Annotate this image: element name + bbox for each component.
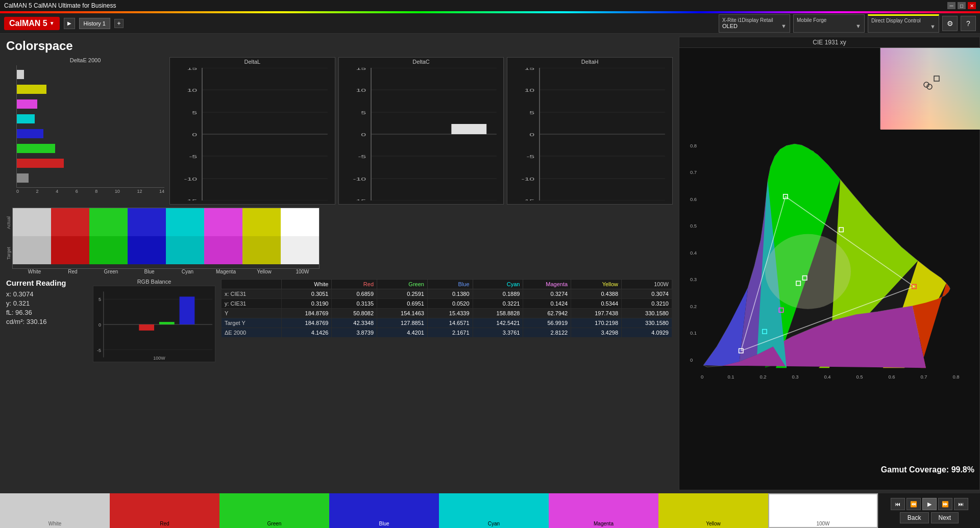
delta-c-svg: 15 10 5 0 -5 -10 -15 100W (341, 68, 502, 200)
cell-x-white: 0.3051 (281, 289, 332, 299)
top-charts-row: DeltaE 2000 (6, 57, 673, 205)
swatch-actual-green (89, 208, 128, 236)
minimize-button[interactable]: ─ (947, 2, 955, 9)
svg-text:0.3: 0.3 (792, 374, 799, 380)
deltae-section: DeltaE 2000 (6, 57, 164, 194)
bottom-swatch-red[interactable]: Red (110, 493, 219, 528)
y-reading: y: 0.321 (6, 299, 88, 307)
delta-h-svg: 15 10 5 0 -5 -10 -15 100W (509, 68, 670, 200)
bottom-swatch-yellow[interactable]: Yellow (658, 493, 768, 528)
cell-x-cyan: 0.1889 (473, 289, 523, 299)
next-button[interactable]: Next (931, 512, 959, 523)
logo-dropdown-arrow: ▼ (50, 20, 55, 26)
nav-buttons-row: ⏮ ⏪ ▶ ⏩ ⏭ (891, 498, 968, 510)
svg-text:5: 5 (361, 110, 366, 115)
calman-logo[interactable]: CalMAN 5 ▼ (4, 17, 60, 30)
cell-de-blue: 2.1671 (427, 328, 473, 338)
svg-text:0: 0 (99, 322, 101, 328)
add-tab-button[interactable]: + (114, 19, 124, 28)
cell-ty-white: 184.8769 (281, 318, 332, 328)
nav-next-button[interactable]: ⏩ (938, 498, 952, 510)
cell-Y-yellow: 197.7438 (571, 309, 622, 318)
cell-ty-100w: 330.1580 (622, 318, 672, 328)
svg-text:5: 5 (530, 110, 535, 115)
cell-y-yellow: 0.5344 (571, 299, 622, 309)
direct-display-dropdown[interactable]: Direct Display Control ▼ (868, 14, 939, 33)
svg-text:0.7: 0.7 (921, 374, 927, 380)
bottom-swatch-white[interactable]: White (0, 493, 110, 528)
cie-section: CIE 1931 xy 0.8 0.7 0.6 0.5 0.4 0.3 0.2 (679, 37, 980, 490)
nav-last-button[interactable]: ⏭ (954, 498, 968, 510)
content-area: Colorspace DeltaE 2000 (0, 34, 980, 528)
cell-x-yellow: 0.4388 (571, 289, 622, 299)
target-row (13, 236, 319, 264)
logo-text: CalMAN 5 (9, 19, 47, 28)
cell-de-cyan: 3.3761 (473, 328, 523, 338)
svg-text:-10: -10 (353, 177, 366, 182)
swatch-target-green (89, 236, 128, 264)
x-reading: x: 0.3074 (6, 290, 88, 298)
bottom-swatch-blue[interactable]: Blue (329, 493, 439, 528)
cell-Y-blue: 15.4339 (427, 309, 473, 318)
svg-text:15: 15 (187, 68, 197, 71)
svg-text:-5: -5 (189, 154, 197, 159)
svg-text:0.4: 0.4 (824, 374, 831, 380)
svg-text:-15: -15 (353, 198, 366, 200)
history-tab[interactable]: History 1 (79, 18, 110, 29)
delta-l-chart: DeltaL (169, 57, 335, 205)
window-title: CalMAN 5 CalMAN Ultimate for Business (4, 2, 116, 9)
cell-de-white: 4.1426 (281, 328, 332, 338)
bottom-swatch-cyan[interactable]: Cyan (439, 493, 549, 528)
deltae-bars (17, 65, 164, 187)
cell-ty-cyan: 142.5421 (473, 318, 523, 328)
nav-first-button[interactable]: ⏮ (891, 498, 905, 510)
close-button[interactable]: ✕ (968, 2, 976, 9)
svg-text:0.1: 0.1 (728, 374, 734, 380)
back-button[interactable]: Back (900, 512, 929, 523)
settings-button[interactable]: ⚙ (942, 16, 958, 31)
swatch-target-yellow (242, 236, 281, 264)
fl-reading: fL: 96.36 (6, 309, 88, 316)
svg-text:0.5: 0.5 (856, 374, 863, 380)
col-header-cyan: Cyan (473, 280, 523, 289)
svg-text:0.6: 0.6 (690, 196, 697, 202)
bottom-area: Current Reading x: 0.3074 y: 0.321 fL: 9… (6, 279, 673, 362)
svg-text:0.4: 0.4 (690, 250, 697, 256)
rgb-balance-chart: 5 0 -5 100W (93, 286, 215, 362)
cell-Y-red: 50.8082 (332, 309, 377, 318)
play-button[interactable]: ▶ (64, 18, 75, 29)
mobile-forge-label: Mobile Forge (797, 17, 861, 23)
cell-y-green: 0.6951 (377, 299, 428, 309)
cell-x-blue: 0.1380 (427, 289, 473, 299)
svg-text:0.2: 0.2 (760, 374, 767, 380)
svg-text:0: 0 (361, 132, 366, 137)
delta-h-title: DeltaH (507, 58, 672, 66)
left-content: Colorspace DeltaE 2000 (0, 34, 679, 493)
swatch-actual-magenta (204, 208, 242, 236)
nav-play-button[interactable]: ▶ (922, 498, 937, 510)
col-header-100w: 100W (622, 280, 672, 289)
mobile-forge-dropdown[interactable]: Mobile Forge ▼ (793, 14, 865, 33)
svg-text:0: 0 (530, 132, 535, 137)
actual-row (13, 208, 319, 236)
rgb-balance-section: RGB Balance 5 0 -5 (93, 279, 215, 362)
col-header-blue: Blue (427, 280, 473, 289)
bottom-swatch-magenta[interactable]: Magenta (549, 493, 658, 528)
maximize-button[interactable]: □ (958, 2, 966, 9)
bottom-swatch-green[interactable]: Green (219, 493, 329, 528)
help-button[interactable]: ? (961, 16, 976, 31)
row-x-label: x: CIE31 (222, 289, 282, 299)
cell-x-red: 0.6859 (332, 289, 377, 299)
cell-y-100w: 0.3210 (622, 299, 672, 309)
cell-x-100w: 0.3074 (622, 289, 672, 299)
rgb-balance-svg: 5 0 -5 100W (93, 286, 215, 362)
titlebar-controls: ─ □ ✕ (947, 2, 976, 9)
swatch-target-magenta (204, 236, 242, 264)
bottom-swatch-100w[interactable]: 100W (768, 493, 878, 528)
data-table-section: White Red Green Blue Cyan Magenta Yellow… (220, 279, 673, 338)
swatch-target-red (51, 236, 89, 264)
xrite-dropdown[interactable]: X-Rite i1Display Retail OLED ▼ (719, 14, 790, 33)
preview-box (880, 47, 979, 129)
nav-prev-button[interactable]: ⏪ (906, 498, 921, 510)
cell-de-100w: 4.0929 (622, 328, 672, 338)
